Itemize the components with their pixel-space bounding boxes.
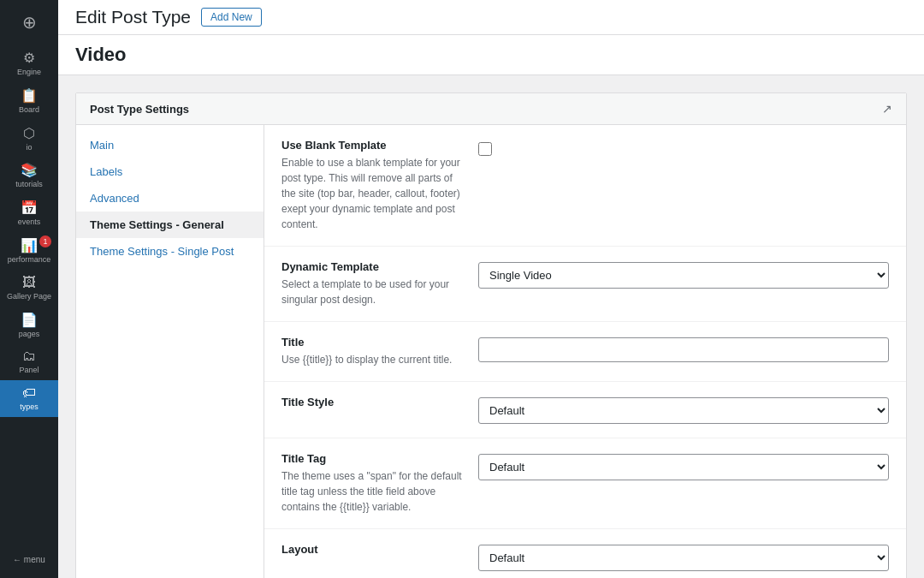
dynamic-template-control: Single VideoDefaultCustom	[478, 260, 889, 289]
dynamic-template-info: Dynamic Template Select a template to be…	[281, 260, 478, 307]
post-title-input[interactable]	[75, 44, 907, 66]
setting-row-dynamic-template: Dynamic Template Select a template to be…	[264, 247, 906, 322]
layout-select[interactable]: DefaultFull WidthSidebar LeftSidebar Rig…	[478, 545, 889, 571]
settings-content: Use Blank Template Enable to use a blank…	[264, 125, 906, 578]
gallery-page-label: Gallery Page	[7, 292, 51, 301]
blank-template-info: Use Blank Template Enable to use a blank…	[281, 139, 478, 232]
title-tag-select[interactable]: Defaulth1h2h3span	[478, 454, 889, 480]
title-label: Title	[281, 336, 465, 349]
sidebar-top: ⊕	[0, 0, 58, 45]
types-icon: 🏷	[22, 385, 36, 401]
nav-item-theme-general[interactable]: Theme Settings - General	[76, 212, 264, 238]
dynamic-template-select[interactable]: Single VideoDefaultCustom	[478, 262, 889, 289]
panel-icon: 🗂	[22, 349, 36, 364]
layout-control: DefaultFull WidthSidebar LeftSidebar Rig…	[478, 543, 889, 571]
sidebar-item-board[interactable]: 📋 Board	[0, 82, 58, 120]
tutorials-label: tutorials	[15, 180, 43, 189]
settings-panel: Post Type Settings ↗ MainLabelsAdvancedT…	[75, 92, 907, 578]
setting-row-title-tag: Title Tag The theme uses a "span" for th…	[264, 438, 906, 529]
settings-panel-header: Post Type Settings ↗	[76, 93, 906, 125]
blank-template-desc: Enable to use a blank template for your …	[281, 155, 465, 232]
post-title-bar	[58, 35, 924, 75]
sidebar-logo: ⊕	[0, 7, 58, 38]
sidebar-item-io[interactable]: ⬡ io	[0, 120, 58, 158]
title-tag-info: Title Tag The theme uses a "span" for th…	[281, 452, 478, 515]
sidebar-item-pages[interactable]: 📄 pages	[0, 307, 58, 344]
title-style-select[interactable]: DefaultLargeSmall	[478, 397, 889, 424]
setting-row-title-style: Title Style DefaultLargeSmall	[264, 382, 906, 438]
types-label: types	[20, 402, 38, 412]
sidebar-item-panel[interactable]: 🗂 Panel	[0, 343, 58, 380]
sidebar-item-events[interactable]: 📅 events	[0, 194, 58, 232]
title-tag-control: Defaulth1h2h3span	[478, 452, 889, 480]
io-label: io	[26, 143, 32, 152]
nav-item-labels[interactable]: Labels	[76, 158, 264, 185]
content-area: Post Type Settings ↗ MainLabelsAdvancedT…	[58, 75, 924, 578]
board-icon: 📋	[21, 87, 38, 104]
pages-icon: 📄	[21, 312, 38, 328]
blank-template-label: Use Blank Template	[281, 139, 465, 152]
page-header: Edit Post Type Add New	[58, 0, 924, 35]
io-icon: ⬡	[23, 125, 35, 141]
sidebar-item-types[interactable]: 🏷 types	[0, 380, 58, 417]
sidebar-collapse-button[interactable]: ← menu	[0, 548, 58, 571]
sidebar-nav: ⚙ Engine 📋 Board ⬡ io 📚 tutorials 📅 even…	[0, 45, 58, 417]
tutorials-icon: 📚	[21, 162, 38, 178]
performance-label: performance	[8, 255, 51, 265]
setting-row-title: Title Use {{title}} to display the curre…	[264, 322, 906, 382]
title-desc: Use {{title}} to display the current tit…	[281, 352, 465, 367]
gallery-page-icon: 🖼	[22, 275, 36, 290]
nav-item-main[interactable]: Main	[76, 132, 264, 158]
settings-nav: MainLabelsAdvancedTheme Settings - Gener…	[76, 125, 264, 578]
sidebar-item-gallery-page[interactable]: 🖼 Gallery Page	[0, 270, 58, 307]
board-label: Board	[19, 105, 39, 115]
title-info: Title Use {{title}} to display the curre…	[281, 336, 478, 367]
events-label: events	[18, 217, 41, 227]
sidebar-item-performance[interactable]: 📊 performance 1	[0, 232, 58, 270]
title-tag-label: Title Tag	[281, 452, 465, 465]
sidebar-bottom: ← menu	[0, 541, 58, 578]
performance-badge: 1	[39, 235, 51, 247]
collapse-label: ← menu	[13, 555, 45, 564]
blank-template-checkbox[interactable]	[478, 142, 492, 156]
performance-icon: 📊	[21, 237, 38, 253]
main-content: Edit Post Type Add New Post Type Setting…	[58, 0, 924, 578]
sidebar-item-engine[interactable]: ⚙ Engine	[0, 45, 58, 82]
panel-toggle-button[interactable]: ↗	[882, 102, 892, 116]
nav-item-theme-single[interactable]: Theme Settings - Single Post	[76, 238, 264, 265]
title-style-control: DefaultLargeSmall	[478, 396, 889, 424]
dynamic-template-label: Dynamic Template	[281, 260, 465, 273]
title-style-label: Title Style	[281, 396, 465, 408]
sidebar: ⊕ ⚙ Engine 📋 Board ⬡ io 📚 tutorials 📅 ev…	[0, 0, 58, 578]
title-style-info: Title Style	[281, 396, 478, 412]
setting-row-blank-template: Use Blank Template Enable to use a blank…	[264, 125, 906, 247]
dynamic-template-desc: Select a template to be used for your si…	[281, 277, 465, 307]
engine-label: Engine	[17, 68, 41, 77]
wp-logo-icon: ⊕	[22, 12, 37, 33]
nav-item-advanced[interactable]: Advanced	[76, 185, 264, 212]
panel-label: Panel	[19, 366, 38, 375]
settings-panel-title: Post Type Settings	[90, 103, 189, 116]
engine-icon: ⚙	[23, 50, 35, 66]
title-input[interactable]	[478, 337, 889, 362]
title-tag-desc: The theme uses a "span" for the default …	[281, 468, 465, 515]
page-title: Edit Post Type	[75, 7, 191, 27]
layout-label: Layout	[281, 543, 465, 556]
blank-template-control	[478, 139, 889, 156]
layout-info: Layout	[281, 543, 478, 559]
setting-row-layout: Layout DefaultFull WidthSidebar LeftSide…	[264, 529, 906, 578]
title-control	[478, 336, 889, 362]
events-icon: 📅	[21, 200, 38, 216]
add-new-button[interactable]: Add New	[201, 8, 262, 27]
sidebar-item-tutorials[interactable]: 📚 tutorials	[0, 157, 58, 194]
pages-label: pages	[19, 330, 40, 339]
settings-panel-body: MainLabelsAdvancedTheme Settings - Gener…	[76, 125, 906, 578]
